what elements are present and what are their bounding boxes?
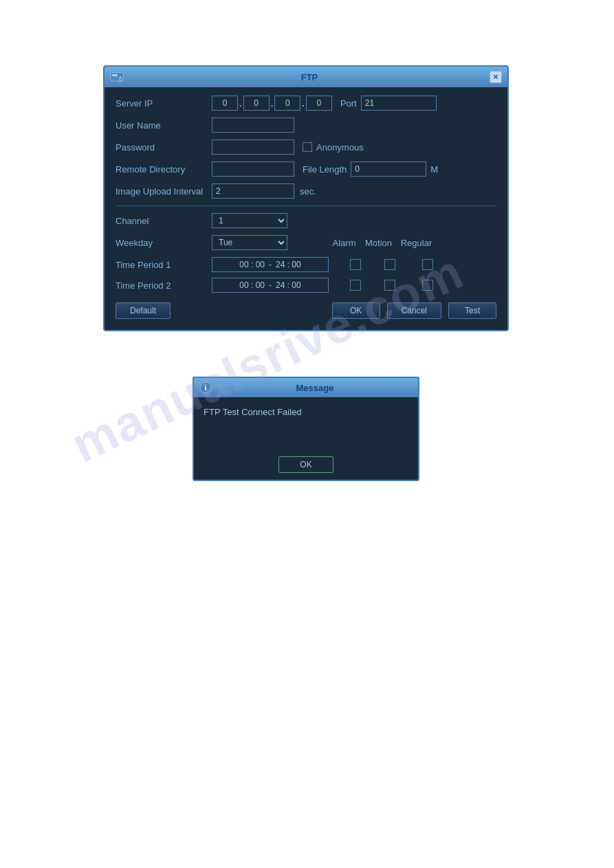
cancel-button[interactable]: Cancel: [387, 302, 441, 319]
ip-octet-1[interactable]: [212, 96, 238, 111]
channel-row: Channel 1 2 3 4: [116, 213, 496, 228]
message-body: FTP Test Connect Failed: [194, 397, 418, 452]
sec-label: sec.: [300, 186, 316, 197]
anonymous-label: Anonymous: [316, 142, 364, 153]
password-row: Password Anonymous: [116, 140, 496, 155]
username-row: User Name: [116, 118, 496, 133]
username-label: User Name: [116, 120, 212, 131]
password-input[interactable]: [212, 140, 294, 155]
default-button[interactable]: Default: [116, 302, 171, 319]
message-ok-button[interactable]: OK: [278, 456, 333, 473]
time-period-2-start: 00 : 00: [239, 280, 265, 290]
svg-rect-3: [112, 79, 116, 80]
time-period-2-label: Time Period 2: [116, 280, 212, 291]
regular-header: Regular: [397, 238, 435, 248]
anonymous-row: Anonymous: [303, 142, 364, 153]
svg-rect-1: [112, 74, 118, 76]
channel-dropdown[interactable]: 1 2 3 4: [212, 213, 287, 228]
ip-dot-1: .: [239, 98, 242, 109]
motion-header: Motion: [360, 238, 397, 248]
password-label: Password: [116, 142, 212, 153]
remote-dir-label: Remote Directory: [116, 164, 212, 175]
tp1-motion-checkbox[interactable]: [384, 259, 395, 270]
message-titlebar: i Message: [194, 378, 418, 397]
m-label: M: [430, 164, 438, 175]
message-text: FTP Test Connect Failed: [204, 407, 302, 417]
divider: [116, 205, 496, 206]
interval-label: Image Upload Interval: [116, 186, 212, 197]
ftp-icon: [110, 70, 124, 84]
remote-dir-input[interactable]: [212, 162, 294, 177]
ip-dot-3: .: [302, 98, 305, 109]
svg-text:i: i: [204, 383, 206, 392]
time-period-1-range[interactable]: 00 : 00 - 24 : 00: [212, 257, 329, 272]
tp2-motion-checkbox[interactable]: [384, 280, 395, 291]
message-icon: i: [199, 381, 212, 394]
message-ok-row: OK: [194, 452, 418, 480]
tp2-alarm-checkbox[interactable]: [350, 280, 361, 291]
channel-label: Channel: [116, 216, 212, 226]
anonymous-checkbox[interactable]: [303, 142, 312, 152]
ftp-title: FTP: [129, 72, 490, 82]
ftp-dialog: FTP × Server IP . . . Port User Name: [103, 65, 509, 331]
port-label: Port: [340, 98, 357, 109]
message-title: Message: [217, 383, 413, 393]
tp1-regular-checkbox[interactable]: [422, 259, 433, 270]
remote-dir-row: Remote Directory File Length M: [116, 162, 496, 177]
time-period-1-end: 24 : 00: [276, 260, 301, 269]
file-length-input[interactable]: [351, 162, 426, 177]
ip-octet-3[interactable]: [274, 96, 300, 111]
port-input[interactable]: [361, 96, 437, 111]
ftp-titlebar: FTP ×: [105, 67, 507, 87]
test-button[interactable]: Test: [448, 302, 496, 319]
ip-octet-4[interactable]: [306, 96, 332, 111]
interval-row: Image Upload Interval sec.: [116, 183, 496, 199]
weekday-row: Weekday Mon Tue Wed Thu Fri Sat Sun Alar…: [116, 235, 496, 250]
weekday-label: Weekday: [116, 238, 212, 248]
username-input[interactable]: [212, 118, 294, 133]
time-period-1-dash: -: [269, 260, 272, 269]
time-period-2-dash: -: [269, 280, 272, 290]
alarm-header: Alarm: [329, 238, 360, 248]
ip-dot-2: .: [271, 98, 274, 109]
ftp-body: Server IP . . . Port User Name Password: [105, 87, 507, 330]
time-period-2-range[interactable]: 00 : 00 - 24 : 00: [212, 278, 329, 293]
time-period-1-start: 00 : 00: [239, 260, 265, 269]
server-ip-row: Server IP . . . Port: [116, 96, 496, 111]
tp1-alarm-checkbox[interactable]: [350, 259, 361, 270]
time-period-1-label: Time Period 1: [116, 260, 212, 270]
time-period-1-row: Time Period 1 00 : 00 - 24 : 00: [116, 257, 496, 272]
file-length-label: File Length: [303, 164, 347, 175]
interval-input[interactable]: [212, 183, 294, 199]
weekday-dropdown[interactable]: Mon Tue Wed Thu Fri Sat Sun: [212, 235, 287, 250]
time-period-2-row: Time Period 2 00 : 00 - 24 : 00: [116, 278, 496, 293]
ip-group: . . .: [212, 96, 332, 111]
tp2-regular-checkbox[interactable]: [422, 280, 433, 291]
ok-button[interactable]: OK: [332, 302, 380, 319]
time-period-2-end: 24 : 00: [276, 280, 301, 290]
ip-octet-2[interactable]: [243, 96, 270, 111]
server-ip-label: Server IP: [116, 98, 212, 109]
ftp-close-button[interactable]: ×: [490, 71, 502, 83]
bottom-buttons: Default OK Cancel Test: [116, 302, 496, 322]
message-dialog: i Message FTP Test Connect Failed OK: [193, 377, 419, 481]
